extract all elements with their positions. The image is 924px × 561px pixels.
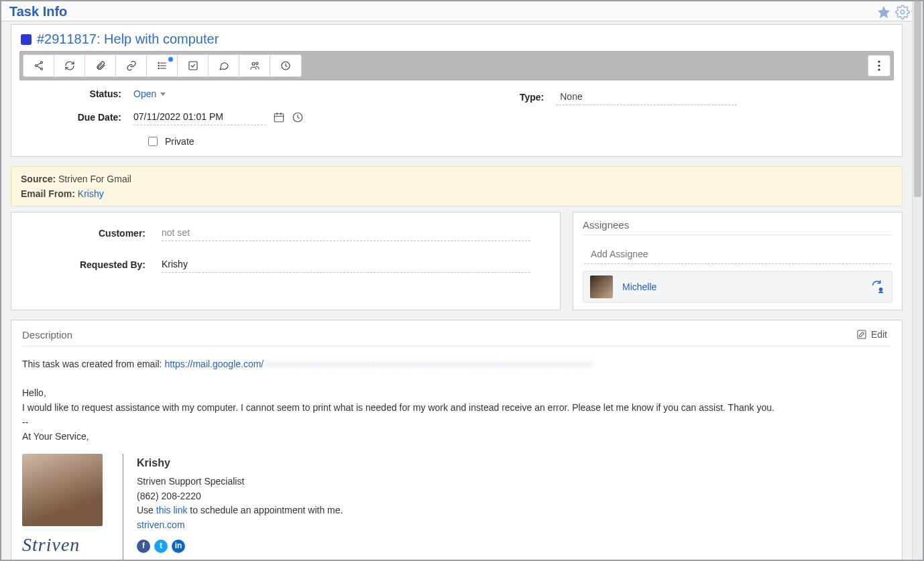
- svg-point-12: [158, 68, 159, 68]
- svg-line-6: [37, 66, 40, 68]
- email-from-label: Email From:: [21, 188, 75, 199]
- people-button[interactable]: [239, 55, 270, 76]
- reassign-button[interactable]: [870, 279, 885, 294]
- site-link[interactable]: striven.com: [137, 519, 185, 530]
- task-meta-left: Status: Open Due Date: Pr: [19, 88, 509, 152]
- scroll-area: #2911817: Help with computer: [1, 24, 912, 560]
- facebook-icon[interactable]: f: [137, 540, 150, 553]
- signature-phone: (862) 208-2220: [137, 489, 343, 504]
- type-dropdown[interactable]: None: [556, 88, 737, 105]
- refresh-icon: [64, 60, 75, 71]
- private-label: Private: [165, 136, 194, 147]
- requested-by-field: Requested By: Krishy: [21, 256, 551, 273]
- signature-brand: Striven: [22, 530, 109, 559]
- sign-off: At Your Service,: [22, 430, 891, 444]
- people-icon: [249, 60, 260, 71]
- customer-label: Customer:: [21, 228, 162, 239]
- history-button[interactable]: [270, 55, 301, 76]
- created-from-prefix: This task was created from email:: [22, 359, 164, 369]
- settings-gear-icon[interactable]: [895, 5, 910, 19]
- clock-icon: [280, 60, 291, 71]
- status-field: Status: Open: [19, 88, 509, 99]
- assignees-panel: Assignees Add Assignee Michelle: [573, 212, 903, 310]
- task-title-link[interactable]: #2911817: Help with computer: [37, 32, 219, 47]
- task-color-swatch: [21, 34, 32, 45]
- svg-rect-13: [189, 62, 197, 70]
- calendar-icon[interactable]: [273, 111, 285, 123]
- requested-by-input[interactable]: Krishy: [162, 256, 530, 273]
- chat-button[interactable]: [209, 55, 239, 76]
- svg-marker-0: [878, 5, 890, 17]
- signature-schedule-line: Use this link to schedule an appointment…: [137, 503, 343, 518]
- more-actions-button[interactable]: [868, 55, 890, 76]
- svg-point-17: [878, 60, 880, 62]
- refresh-button[interactable]: [54, 55, 85, 76]
- customer-assignees-row: Customer: not set Requested By: Krishy A…: [11, 212, 903, 310]
- twitter-icon[interactable]: t: [154, 540, 168, 553]
- email-from-line: Email From: Krishy: [21, 188, 892, 199]
- private-field: Private: [146, 135, 509, 148]
- svg-rect-26: [858, 330, 866, 338]
- task-panel: #2911817: Help with computer: [11, 24, 903, 157]
- favorite-star-icon[interactable]: [876, 5, 891, 19]
- chat-icon: [219, 60, 229, 71]
- linkedin-icon[interactable]: in: [172, 540, 185, 553]
- assignee-avatar: [590, 275, 613, 298]
- vertical-scrollbar[interactable]: [912, 1, 923, 560]
- customer-input[interactable]: not set: [162, 225, 530, 241]
- title-bar: Task Info ▾: [1, 1, 923, 21]
- edit-description-button[interactable]: Edit: [852, 328, 891, 340]
- email-from-link[interactable]: Krishy: [78, 188, 104, 199]
- link-button[interactable]: [116, 55, 147, 76]
- svg-point-19: [878, 68, 880, 70]
- source-label: Source:: [21, 174, 56, 184]
- customer-panel: Customer: not set Requested By: Krishy: [11, 212, 561, 310]
- source-value: Striven For Gmail: [58, 174, 131, 184]
- check-square-icon: [188, 60, 198, 71]
- toolbar-group: [23, 54, 302, 77]
- description-title: Description: [22, 329, 72, 340]
- task-meta-right: Type: None: [509, 88, 894, 152]
- time-icon[interactable]: [292, 111, 304, 123]
- list-button[interactable]: [147, 55, 178, 76]
- type-label: Type:: [509, 92, 556, 103]
- notification-badge: [168, 57, 173, 62]
- signature-photo: [22, 454, 103, 526]
- schedule-link[interactable]: this link: [156, 505, 188, 515]
- vertical-dots-icon: [878, 60, 880, 71]
- svg-point-11: [158, 65, 159, 66]
- due-date-value-group: [133, 109, 304, 125]
- scrollbar-thumb[interactable]: [914, 1, 921, 197]
- pencil-square-icon: [856, 329, 867, 340]
- task-title-row: #2911817: Help with computer: [21, 32, 894, 47]
- status-dropdown[interactable]: Open: [133, 88, 166, 99]
- title-bar-actions: ▾: [876, 5, 915, 19]
- task-meta: Status: Open Due Date: Pr: [19, 88, 894, 152]
- signature-left: Striven: [22, 454, 109, 559]
- social-icons: f t in: [137, 540, 343, 553]
- svg-point-1: [901, 10, 905, 14]
- assignee-name-link[interactable]: Michelle: [622, 282, 656, 292]
- description-body: This task was created from email: https:…: [22, 357, 891, 560]
- add-assignee-input[interactable]: Add Assignee: [584, 245, 891, 264]
- checklist-button[interactable]: [178, 55, 209, 76]
- svg-point-10: [158, 62, 159, 63]
- due-date-input[interactable]: [133, 109, 266, 125]
- customer-field: Customer: not set: [21, 225, 551, 241]
- share-button[interactable]: [23, 55, 54, 76]
- svg-line-5: [37, 63, 40, 65]
- signature-role: Striven Support Specialist: [137, 475, 343, 489]
- svg-point-25: [879, 288, 883, 292]
- task-toolbar: [19, 51, 894, 80]
- description-panel: Description Edit This task was created f…: [11, 320, 903, 560]
- private-checkbox[interactable]: [148, 137, 158, 146]
- svg-point-18: [878, 64, 880, 66]
- body-text: I would like to request assistance with …: [22, 401, 891, 416]
- attachment-button[interactable]: [85, 55, 116, 76]
- redacted-url-tail: redactedredactedredactedredactedredacted…: [264, 359, 592, 369]
- source-panel: Source: Striven For Gmail Email From: Kr…: [11, 166, 903, 206]
- source-email-link[interactable]: https://mail.google.com/redactedredacted…: [164, 359, 592, 369]
- dash-dash: --: [22, 416, 891, 430]
- status-label: Status:: [19, 88, 133, 99]
- caret-down-icon: [160, 92, 166, 96]
